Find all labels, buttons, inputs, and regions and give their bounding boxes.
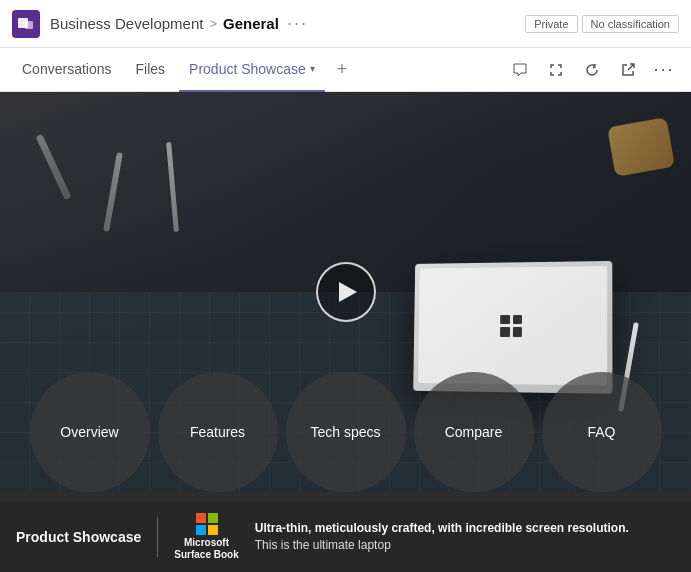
circle-features-label: Features: [190, 424, 245, 440]
tab-conversations[interactable]: Conversations: [12, 48, 122, 92]
title-bar: Business Development > General ··· Priva…: [0, 0, 691, 48]
footer-product-title: Product Showcase: [16, 528, 141, 546]
play-button[interactable]: [316, 262, 376, 322]
svg-rect-1: [25, 21, 33, 29]
ms-logo-grid: [196, 513, 218, 535]
add-tab-button[interactable]: +: [329, 48, 356, 92]
refresh-icon-btn[interactable]: [577, 55, 607, 85]
teams-app-icon: [12, 10, 40, 38]
circle-features[interactable]: Features: [158, 372, 278, 492]
footer-divider: [157, 517, 158, 557]
expand-icon-btn[interactable]: [541, 55, 571, 85]
circle-tech-specs[interactable]: Tech specs: [286, 372, 406, 492]
circle-overview[interactable]: Overview: [30, 372, 150, 492]
popout-icon-btn[interactable]: [613, 55, 643, 85]
tab-product-showcase[interactable]: Product Showcase ▾: [179, 48, 325, 92]
private-badge: Private: [525, 15, 577, 33]
tab-files[interactable]: Files: [126, 48, 176, 92]
circle-compare[interactable]: Compare: [414, 372, 534, 492]
circle-navigation: Overview Features Tech specs Compare FAQ: [0, 372, 691, 492]
nav-tabs-bar: Conversations Files Product Showcase ▾ +: [0, 48, 691, 92]
circle-tech-specs-label: Tech specs: [310, 424, 380, 440]
ms-brand-name: MicrosoftSurface Book: [174, 537, 238, 561]
circle-compare-label: Compare: [445, 424, 503, 440]
chat-icon-btn[interactable]: [505, 55, 535, 85]
more-options-title[interactable]: ···: [287, 13, 308, 34]
footer-description: Ultra-thin, meticulously crafted, with i…: [255, 520, 675, 554]
play-triangle-icon: [339, 282, 357, 302]
gloves-shape: [607, 117, 675, 177]
microsoft-logo: MicrosoftSurface Book: [174, 513, 238, 561]
footer-bar: Product Showcase MicrosoftSurface Book U…: [0, 502, 691, 572]
more-options-nav-btn[interactable]: ···: [649, 55, 679, 85]
classification-badge: No classification: [582, 15, 679, 33]
title-bar-right: Private No classification: [525, 15, 679, 33]
channel-name[interactable]: General: [223, 15, 279, 32]
team-name[interactable]: Business Development: [50, 15, 203, 32]
circle-faq[interactable]: FAQ: [542, 372, 662, 492]
breadcrumb-separator: >: [209, 16, 217, 31]
circle-overview-label: Overview: [60, 424, 118, 440]
circle-faq-label: FAQ: [587, 424, 615, 440]
nav-right-icons: ···: [505, 55, 679, 85]
tab-dropdown-arrow: ▾: [310, 63, 315, 74]
breadcrumb: Business Development > General ···: [50, 13, 525, 34]
main-content-area: Overview Features Tech specs Compare FAQ…: [0, 92, 691, 572]
